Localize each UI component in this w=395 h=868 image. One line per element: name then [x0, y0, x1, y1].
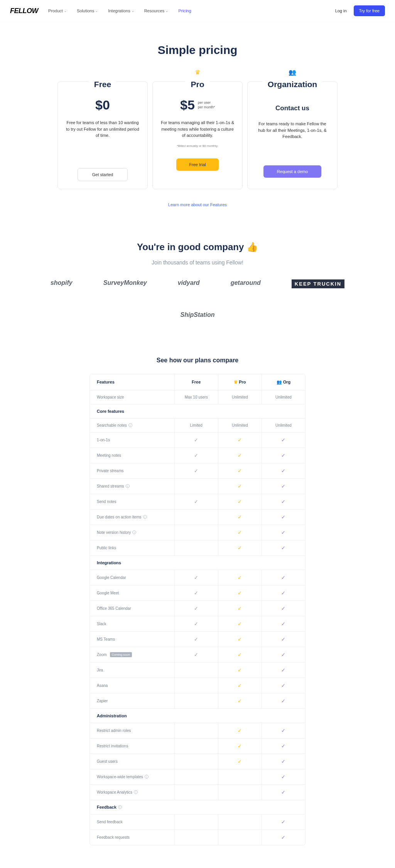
- cell-free: [175, 525, 218, 540]
- cell-pro: ✓: [218, 463, 262, 478]
- logo[interactable]: FELLOW: [10, 7, 38, 15]
- table-row: Meeting notes✓✓✓: [90, 447, 305, 463]
- plan-free: Free $0 Free for teams of less than 10 w…: [57, 81, 148, 189]
- cell-org: ✓: [262, 601, 305, 616]
- info-icon[interactable]: i: [145, 775, 149, 779]
- check-icon: ✓: [238, 667, 242, 673]
- try-free-button[interactable]: Try for free: [354, 5, 385, 16]
- info-icon[interactable]: i: [128, 423, 132, 427]
- cell-pro: ✓: [218, 678, 262, 693]
- cell-org: ✓: [262, 510, 305, 525]
- cell-org: ✓: [262, 616, 305, 631]
- people-icon: 👥: [277, 380, 282, 384]
- nav-integrations-label: Integrations: [108, 8, 130, 13]
- cell-org: ✓: [262, 525, 305, 540]
- nav-solutions[interactable]: Solutions⌄: [77, 8, 98, 13]
- table-row: Restrict invitations✓✓: [90, 738, 305, 754]
- table-row: Send notes✓✓✓: [90, 494, 305, 509]
- check-icon: ✓: [281, 728, 285, 733]
- logo-keeptruckin: KEEP TRUCKIN: [292, 279, 344, 288]
- request-demo-button[interactable]: Request a demo: [263, 165, 321, 178]
- row-label: MS Teams: [90, 632, 175, 647]
- chevron-down-icon: ⌄: [64, 9, 67, 13]
- learn-more-link[interactable]: Learn more about our Features: [0, 202, 395, 207]
- cell-free: [175, 479, 218, 494]
- cell-pro: ✓: [218, 540, 262, 555]
- check-icon: ✓: [194, 468, 198, 474]
- plan-pro-price: $5: [180, 98, 195, 113]
- free-trial-button[interactable]: Free trial: [176, 158, 219, 171]
- cell-free: [175, 693, 218, 708]
- section-header: Feedback i: [90, 800, 305, 814]
- check-icon: ✓: [238, 590, 242, 596]
- cell-pro: ✓: [218, 585, 262, 601]
- cell-org: ✓: [262, 723, 305, 738]
- cell-free: ✓: [175, 601, 218, 616]
- check-icon: ✓: [281, 683, 285, 688]
- nav-resources[interactable]: Resources⌄: [144, 8, 169, 13]
- row-label: Public links: [90, 540, 175, 555]
- cell-org: ✓: [262, 754, 305, 769]
- table-row: Asana✓✓: [90, 678, 305, 693]
- row-label: Searchable notes i: [90, 419, 175, 432]
- table-row: Zapier✓✓: [90, 693, 305, 708]
- plan-pro-name: Pro: [185, 80, 209, 89]
- nav-integrations[interactable]: Integrations⌄: [108, 8, 134, 13]
- check-icon: ✓: [281, 437, 285, 443]
- cell-free: [175, 754, 218, 769]
- cell-org: Unlimited: [262, 419, 305, 432]
- check-icon: ✓: [238, 636, 242, 642]
- plan-free-name: Free: [89, 80, 116, 89]
- plan-org-desc: For teams ready to make Fellow the hub f…: [255, 121, 330, 140]
- cell-org: ✓: [262, 663, 305, 678]
- cell-free: [175, 814, 218, 829]
- info-icon[interactable]: i: [143, 515, 147, 519]
- check-icon: ✓: [238, 621, 242, 627]
- cell-free: Limited: [175, 419, 218, 432]
- cell-org: ✓: [262, 693, 305, 708]
- table-row: Note version history i✓✓: [90, 525, 305, 540]
- cell-org: ✓: [262, 769, 305, 784]
- table-row: Shared streams i✓✓: [90, 478, 305, 494]
- logo-shopify: shopify: [51, 279, 73, 288]
- check-icon: ✓: [281, 575, 285, 580]
- info-icon[interactable]: i: [132, 530, 136, 534]
- cell-pro: ✓: [218, 479, 262, 494]
- cell-free: ✓: [175, 448, 218, 463]
- cell-pro: [218, 785, 262, 800]
- row-workspace: Workspace size Max 10 users Unlimited Un…: [90, 390, 305, 404]
- row-label: Google Calendar: [90, 570, 175, 585]
- compare-table: Features Free ♛ Pro 👥 Org Workspace size…: [89, 374, 306, 845]
- cell-pro: ✓: [218, 570, 262, 585]
- section-header: Core features: [90, 404, 305, 418]
- nav-solutions-label: Solutions: [77, 8, 94, 13]
- crown-icon: ♛: [234, 380, 238, 384]
- cell-pro: ✓: [218, 647, 262, 662]
- good-company-section: You're in good company 👍 Join thousands …: [0, 242, 395, 318]
- get-started-button[interactable]: Get started: [78, 168, 128, 181]
- info-icon[interactable]: i: [126, 484, 130, 488]
- login-link[interactable]: Log in: [335, 8, 347, 13]
- check-icon: ✓: [194, 437, 198, 443]
- info-icon[interactable]: i: [134, 790, 138, 794]
- check-icon: ✓: [194, 453, 198, 458]
- cell-pro: ✓: [218, 601, 262, 616]
- cell-pro: ✓: [218, 632, 262, 647]
- logo-surveymonkey: SurveyMonkey: [103, 279, 147, 288]
- table-row: Restrict admin roles✓✓: [90, 723, 305, 738]
- row-label: ZoomComing soon: [90, 647, 175, 662]
- check-icon: ✓: [238, 606, 242, 611]
- plan-pro: ♛ Pro $5 per userper month* For teams ma…: [152, 81, 243, 189]
- cell-free: [175, 663, 218, 678]
- check-icon: ✓: [238, 468, 242, 474]
- nav-pricing[interactable]: Pricing: [178, 8, 191, 13]
- good-company-sub: Join thousands of teams using Fellow!: [0, 259, 395, 266]
- section-header: Administration: [90, 708, 305, 723]
- workspace-pro: Unlimited: [218, 390, 262, 404]
- info-icon[interactable]: i: [118, 805, 122, 809]
- nav-product[interactable]: Product⌄: [48, 8, 67, 13]
- table-row: Google Calendar✓✓✓: [90, 570, 305, 585]
- table-row: 1-on-1s✓✓✓: [90, 432, 305, 447]
- plan-org: 👥 Organization Contact us For teams read…: [247, 81, 338, 189]
- people-icon: 👥: [248, 69, 337, 76]
